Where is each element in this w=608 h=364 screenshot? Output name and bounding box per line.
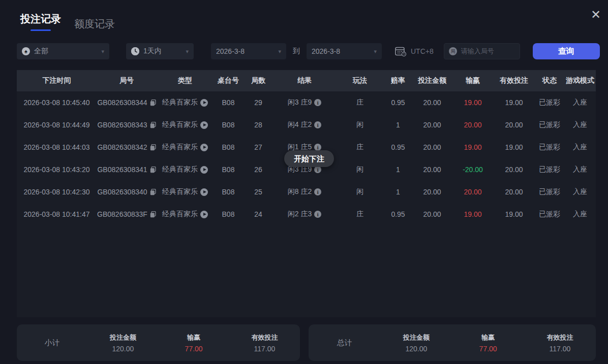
round-id-value: GB0826308344 [97,98,147,107]
status-cell: 已派彩 [535,187,564,196]
chevron-down-icon: ▾ [186,48,189,55]
subtotal-panel: 小计 投注金额 120.00 输赢 77.00 有效投注 117.00 [17,324,300,361]
filter-bar: ♠ 全部 ▾ 1天内 ▾ 2026-3-8 ▾ 到 2026-3-8 ▾ [17,43,600,59]
valid-bet-cell: 19.00 [493,98,535,107]
game-type-value: 经典百家乐 [162,187,198,196]
table-no-cell: B08 [214,210,243,218]
copy-icon[interactable] [150,211,156,218]
total-label: 总计 [309,338,380,348]
info-icon[interactable]: i [314,99,321,106]
bet-amount-cell: 20.00 [412,210,452,218]
tab-quota-records[interactable]: 额度记录 [74,17,115,31]
play-type-cell: 庄 [336,98,384,107]
subtotal-win-label: 输赢 [159,333,229,342]
header-result: 结果 [273,76,336,85]
table-row: 2026-03-08 10:42:30 GB0826308340 经典百家乐 B… [17,181,596,203]
chevron-down-icon: ▾ [278,48,281,55]
win-loss-cell: 20.00 [452,188,493,196]
bet-time-cell: 2026-03-08 10:45:40 [17,98,97,107]
round-id-cell: GB082630833F [97,210,157,218]
copy-icon[interactable] [150,122,156,128]
win-loss-cell: 19.00 [452,98,493,107]
copy-icon[interactable] [150,144,156,151]
bet-amount-cell: 20.00 [412,98,452,107]
game-mode-cell: 入座 [564,98,596,107]
win-loss-cell: 20.00 [452,121,493,129]
result-cell: 闲4 庄2 i [273,120,336,129]
play-video-icon[interactable] [200,211,208,218]
bet-amount-cell: 20.00 [412,143,452,151]
date-to-value: 2026-3-8 [312,47,340,55]
query-button[interactable]: 查询 [533,43,600,59]
play-type-cell: 庄 [336,210,384,219]
bet-time-cell: 2026-03-08 10:44:49 [17,121,97,129]
subtotal-valid-label: 有效投注 [229,333,300,342]
tab-bet-records-label: 投注记录 [20,12,61,26]
table-no-cell: B08 [214,143,243,151]
round-id-value: GB082630833F [97,210,147,218]
table-header-row: 下注时间 局号 类型 桌台号 局数 结果 玩法 赔率 投注金额 输赢 有效投注 … [17,70,596,91]
table-row: 2026-03-08 10:41:47 GB082630833F 经典百家乐 B… [17,203,596,225]
table-no-cell: B08 [214,121,243,129]
subtotal-bet-label: 投注金额 [87,333,158,342]
game-type-cell: 经典百家乐 [157,120,214,129]
status-cell: 已派彩 [535,210,564,219]
round-number-icon: 局 [449,47,457,55]
play-video-icon[interactable] [200,188,208,196]
round-no-cell: 28 [243,121,273,129]
play-video-icon[interactable] [200,99,208,107]
info-icon[interactable]: i [314,188,321,195]
game-type-value: 经典百家乐 [162,210,198,219]
header-play-type: 玩法 [336,76,384,85]
round-no-cell: 24 [243,210,273,218]
info-icon[interactable]: i [314,211,321,218]
info-icon[interactable]: i [314,166,321,173]
table-no-cell: B08 [214,166,243,174]
copy-icon[interactable] [150,189,156,195]
odds-cell: 0.95 [384,210,412,218]
bet-time-cell: 2026-03-08 10:43:20 [17,166,97,174]
play-video-icon[interactable] [200,121,208,129]
time-range-select[interactable]: 1天内 ▾ [126,43,194,59]
round-number-input[interactable]: 局 请输入局号 [444,43,520,59]
game-type-value: 经典百家乐 [162,120,198,129]
win-loss-cell: 19.00 [452,143,493,151]
chevron-down-icon: ▾ [101,48,104,55]
info-icon[interactable]: i [314,121,321,128]
start-betting-toast: 开始下注 [284,150,334,167]
game-type-value: 经典百家乐 [162,165,198,174]
timezone-label: UTC+8 [411,47,434,55]
close-icon[interactable]: ✕ [589,8,603,22]
game-type-value: 经典百家乐 [162,143,198,152]
play-video-icon[interactable] [200,144,208,151]
round-id-cell: GB0826308342 [97,143,157,151]
date-from-select[interactable]: 2026-3-8 ▾ [211,43,286,59]
table-row: 2026-03-08 10:44:49 GB0826308343 经典百家乐 B… [17,114,596,136]
game-type-select[interactable]: ♠ 全部 ▾ [17,43,109,59]
timezone-indicator: UTC+8 [395,46,434,56]
result-cell: 闲3 庄9 i [273,98,336,107]
round-id-value: GB0826308340 [97,188,147,196]
game-type-cell: 经典百家乐 [157,187,214,196]
bet-records-table: 下注时间 局号 类型 桌台号 局数 结果 玩法 赔率 投注金额 输赢 有效投注 … [17,70,596,317]
result-value: 闲2 庄3 [288,210,312,219]
game-type-value: 经典百家乐 [162,98,198,107]
round-id-cell: GB0826308341 [97,166,157,174]
calendar-clock-icon [395,46,407,56]
date-range-to-label: 到 [293,47,300,56]
round-no-cell: 29 [243,98,273,107]
result-cell: 闲8 庄2 i [273,187,336,196]
tab-bet-records[interactable]: 投注记录 [20,12,61,31]
valid-bet-cell: 19.00 [493,143,535,151]
copy-icon[interactable] [150,167,156,173]
odds-cell: 1 [384,166,412,174]
status-cell: 已派彩 [535,98,564,107]
bet-time-cell: 2026-03-08 10:44:03 [17,143,97,151]
copy-icon[interactable] [150,100,156,106]
bet-amount-cell: 20.00 [412,188,452,196]
game-type-value: 全部 [34,47,48,56]
round-id-value: GB0826308342 [97,143,147,151]
play-video-icon[interactable] [200,166,208,174]
date-to-select[interactable]: 2026-3-8 ▾ [307,43,382,59]
info-icon[interactable]: i [314,144,321,151]
